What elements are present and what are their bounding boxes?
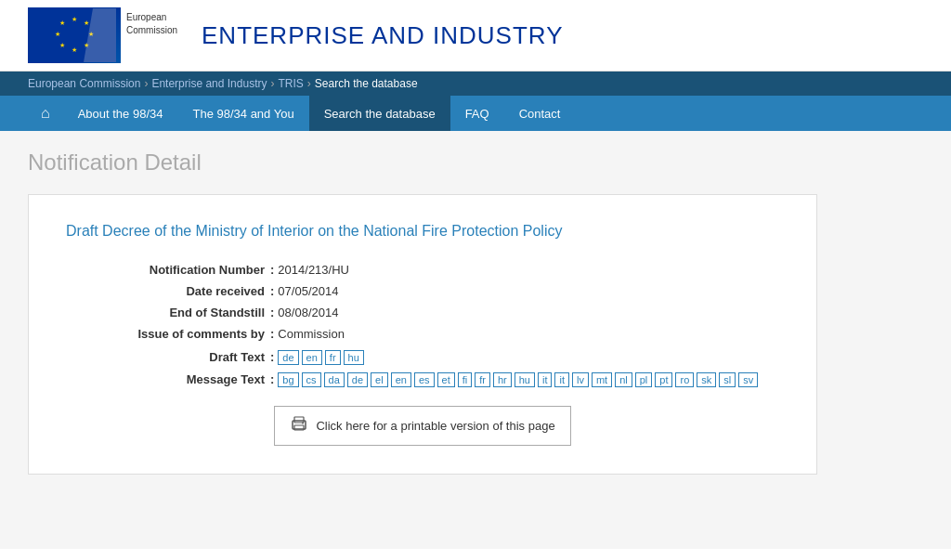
breadcrumb: European Commission › Enterprise and Ind… [28, 77, 923, 90]
value-date-received: 07/05/2014 [278, 284, 338, 298]
nav-9834-and-you[interactable]: The 98/34 and You [177, 96, 308, 131]
msg-lang-bg[interactable]: bg [278, 372, 298, 387]
svg-point-13 [302, 423, 304, 424]
svg-text:★: ★ [59, 20, 65, 26]
logo-wrapper: ★ ★ ★ ★ ★ ★ ★ ★ European Commission [28, 7, 183, 63]
svg-text:★: ★ [72, 16, 77, 22]
detail-row-draft-text: Draft Text : de en fr hu [66, 350, 779, 365]
print-section: Click here for a printable version of th… [66, 406, 779, 446]
label-notification-number: Notification Number [66, 263, 270, 277]
site-title: ENTERPRISE AND INDUSTRY [202, 21, 563, 50]
msg-lang-de[interactable]: de [347, 372, 368, 387]
breadcrumb-current: Search the database [315, 77, 418, 90]
page-content: Notification Detail Draft Decree of the … [0, 131, 951, 549]
nav-contact[interactable]: Contact [504, 96, 576, 131]
msg-lang-hu[interactable]: hu [515, 372, 535, 387]
print-button[interactable]: Click here for a printable version of th… [274, 406, 570, 446]
msg-lang-hr[interactable]: hr [493, 372, 512, 387]
nav-search-database[interactable]: Search the database [309, 96, 450, 131]
msg-lang-lv[interactable]: lv [572, 372, 589, 387]
msg-lang-da[interactable]: da [324, 372, 345, 387]
msg-lang-mt[interactable]: mt [592, 372, 612, 387]
label-end-standstill: End of Standstill [66, 306, 270, 319]
draft-lang-en[interactable]: en [302, 350, 322, 365]
msg-lang-el[interactable]: el [371, 372, 388, 387]
printer-icon [290, 414, 308, 437]
svg-text:★: ★ [59, 42, 65, 48]
breadcrumb-link-ec[interactable]: European Commission [28, 77, 140, 90]
msg-lang-it2[interactable]: it [554, 372, 569, 387]
msg-lang-pl[interactable]: pl [635, 372, 653, 387]
value-issue-comments: Commission [278, 327, 345, 341]
breadcrumb-link-tris[interactable]: TRIS [278, 77, 303, 90]
detail-row-number: Notification Number : 2014/213/HU [66, 263, 779, 277]
svg-rect-11 [294, 417, 304, 423]
msg-lang-en[interactable]: en [391, 372, 411, 387]
main-navigation: ⌂ About the 98/34 The 98/34 and You Sear… [0, 96, 951, 131]
breadcrumb-link-ei[interactable]: Enterprise and Industry [151, 77, 267, 90]
breadcrumb-sep-1: › [144, 77, 148, 90]
draft-lang-fr[interactable]: fr [325, 350, 341, 365]
notification-card: Draft Decree of the Ministry of Interior… [28, 194, 817, 475]
label-issue-comments: Issue of comments by [66, 327, 270, 341]
breadcrumb-bar: European Commission › Enterprise and Ind… [0, 72, 951, 96]
draft-lang-hu[interactable]: hu [344, 350, 364, 365]
draft-lang-de[interactable]: de [278, 350, 298, 365]
nav-faq[interactable]: FAQ [450, 96, 504, 131]
nav-about-9834[interactable]: About the 98/34 [63, 96, 178, 131]
msg-lang-es[interactable]: es [414, 372, 435, 387]
msg-lang-fr[interactable]: fr [475, 372, 490, 387]
msg-lang-nl[interactable]: nl [615, 372, 632, 387]
msg-lang-sl[interactable]: sl [719, 372, 736, 387]
label-draft-text: Draft Text [66, 350, 270, 364]
label-message-text: Message Text [66, 372, 270, 386]
nav-home[interactable]: ⌂ [28, 96, 63, 131]
eu-flag-logo: ★ ★ ★ ★ ★ ★ ★ ★ [28, 7, 121, 63]
detail-row-date-received: Date received : 07/05/2014 [66, 284, 779, 298]
draft-text-langs: de en fr hu [278, 350, 363, 365]
detail-row-message-text: Message Text : bg cs da de el en es et f… [66, 372, 779, 387]
msg-lang-sk[interactable]: sk [697, 372, 716, 387]
msg-lang-sv[interactable]: sv [738, 372, 758, 387]
svg-text:★: ★ [55, 31, 60, 37]
breadcrumb-sep-2: › [270, 77, 274, 90]
value-notification-number: 2014/213/HU [278, 263, 349, 277]
svg-text:★: ★ [84, 20, 89, 26]
detail-row-issue-comments: Issue of comments by : Commission [66, 327, 779, 341]
commission-line2: Commission [126, 24, 177, 37]
commission-label: European Commission [121, 7, 183, 41]
label-date-received: Date received [66, 284, 270, 298]
message-text-langs: bg cs da de el en es et fi fr hr hu it i… [278, 372, 758, 387]
commission-line1: European [126, 11, 177, 24]
breadcrumb-sep-3: › [307, 77, 311, 90]
detail-row-end-standstill: End of Standstill : 08/08/2014 [66, 306, 779, 319]
notification-heading: Draft Decree of the Ministry of Interior… [66, 223, 779, 240]
page-title: Notification Detail [28, 150, 923, 176]
msg-lang-cs[interactable]: cs [302, 372, 321, 387]
msg-lang-pt[interactable]: pt [655, 372, 672, 387]
print-button-label: Click here for a printable version of th… [316, 419, 554, 433]
msg-lang-it[interactable]: it [538, 372, 553, 387]
value-end-standstill: 08/08/2014 [278, 306, 338, 319]
msg-lang-fi[interactable]: fi [458, 372, 473, 387]
svg-text:★: ★ [72, 46, 77, 53]
msg-lang-et[interactable]: et [437, 372, 455, 387]
page-header: ★ ★ ★ ★ ★ ★ ★ ★ European Commission ENTE… [0, 0, 951, 72]
msg-lang-ro[interactable]: ro [675, 372, 694, 387]
